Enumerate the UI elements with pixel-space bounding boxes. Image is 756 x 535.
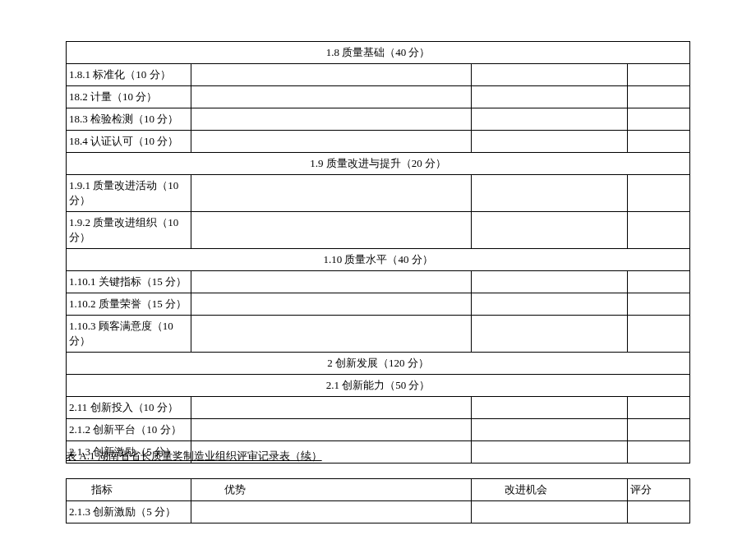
advantage-cell [191, 293, 472, 316]
advantage-cell [191, 316, 472, 353]
section-header: 1.9 质量改进与提升（20 分） [67, 153, 690, 175]
section-header-row: 1.9 质量改进与提升（20 分） [67, 153, 690, 175]
evaluation-table-part1: 1.8 质量基础（40 分） 1.8.1 标准化（10 分） 18.2 计量（1… [66, 41, 690, 464]
header-improve: 改进机会 [472, 479, 628, 501]
header-score: 评分 [628, 479, 690, 501]
improve-cell [472, 397, 628, 419]
improve-cell [472, 419, 628, 441]
improve-cell [472, 293, 628, 316]
evaluation-table-part2: 指标 优势 改进机会 评分 2.1.3 创新激励（5 分） [66, 478, 690, 523]
score-cell [628, 397, 690, 419]
improve-cell [472, 316, 628, 353]
improve-cell [472, 86, 628, 108]
indicator-cell: 18.4 认证认可（10 分） [67, 131, 191, 153]
table-row: 2.1.3 创新激励（5 分） [67, 501, 690, 523]
advantage-cell [191, 64, 472, 86]
section-header-row: 1.8 质量基础（40 分） [67, 42, 690, 64]
section-header-row: 2.1 创新能力（50 分） [67, 375, 690, 397]
header-indicator: 指标 [67, 479, 191, 501]
indicator-cell: 18.3 检验检测（10 分） [67, 108, 191, 131]
score-cell [628, 108, 690, 131]
score-cell [628, 175, 690, 212]
section-header: 2.1 创新能力（50 分） [67, 375, 690, 397]
advantage-cell [191, 108, 472, 131]
advantage-cell [191, 501, 472, 523]
advantage-cell [191, 397, 472, 419]
improve-cell [472, 212, 628, 249]
table-row: 2.11 创新投入（10 分） [67, 397, 690, 419]
table-caption: 表 A.1 湖南省省长质量奖制造业组织评审记录表（续） [66, 445, 322, 467]
score-cell [628, 131, 690, 153]
indicator-cell: 2.1.2 创新平台（10 分） [67, 419, 191, 441]
advantage-cell [191, 212, 472, 249]
score-cell [628, 64, 690, 86]
table-row: 1.10.3 顾客满意度（10 分） [67, 316, 690, 353]
advantage-cell [191, 86, 472, 108]
indicator-cell: 1.10.3 顾客满意度（10 分） [67, 316, 191, 353]
table-row: 1.9.2 质量改进组织（10 分） [67, 212, 690, 249]
score-cell [628, 316, 690, 353]
indicator-cell: 2.1.3 创新激励（5 分） [67, 501, 191, 523]
section-header: 1.10 质量水平（40 分） [67, 249, 690, 271]
improve-cell [472, 64, 628, 86]
header-advantage: 优势 [191, 479, 472, 501]
indicator-cell: 1.8.1 标准化（10 分） [67, 64, 191, 86]
advantage-cell [191, 131, 472, 153]
score-cell [628, 212, 690, 249]
table-row: 2.1.2 创新平台（10 分） [67, 419, 690, 441]
score-cell [628, 271, 690, 293]
table-row: 1.8.1 标准化（10 分） [67, 64, 690, 86]
section-header: 2 创新发展（120 分） [67, 353, 690, 375]
improve-cell [472, 501, 628, 523]
table-row: 18.2 计量（10 分） [67, 86, 690, 108]
table-header-row: 指标 优势 改进机会 评分 [67, 479, 690, 501]
table-row: 1.9.1 质量改进活动（10 分） [67, 175, 690, 212]
score-cell [628, 419, 690, 441]
score-cell [628, 86, 690, 108]
improve-cell [472, 131, 628, 153]
indicator-cell: 1.9.2 质量改进组织（10 分） [67, 212, 191, 249]
indicator-cell: 2.11 创新投入（10 分） [67, 397, 191, 419]
table-row: 1.10.1 关键指标（15 分） [67, 271, 690, 293]
section-header-row: 1.10 质量水平（40 分） [67, 249, 690, 271]
section-header-row: 2 创新发展（120 分） [67, 353, 690, 375]
score-cell [628, 293, 690, 316]
advantage-cell [191, 271, 472, 293]
table-row: 1.10.2 质量荣誉（15 分） [67, 293, 690, 316]
improve-cell [472, 271, 628, 293]
indicator-cell: 1.9.1 质量改进活动（10 分） [67, 175, 191, 212]
advantage-cell [191, 175, 472, 212]
advantage-cell [191, 419, 472, 441]
indicator-cell: 1.10.1 关键指标（15 分） [67, 271, 191, 293]
table-row: 18.4 认证认可（10 分） [67, 131, 690, 153]
section-header: 1.8 质量基础（40 分） [67, 42, 690, 64]
score-cell [628, 501, 690, 523]
indicator-cell: 18.2 计量（10 分） [67, 86, 191, 108]
improve-cell [472, 175, 628, 212]
table-row: 18.3 检验检测（10 分） [67, 108, 690, 131]
indicator-cell: 1.10.2 质量荣誉（15 分） [67, 293, 191, 316]
improve-cell [472, 108, 628, 131]
